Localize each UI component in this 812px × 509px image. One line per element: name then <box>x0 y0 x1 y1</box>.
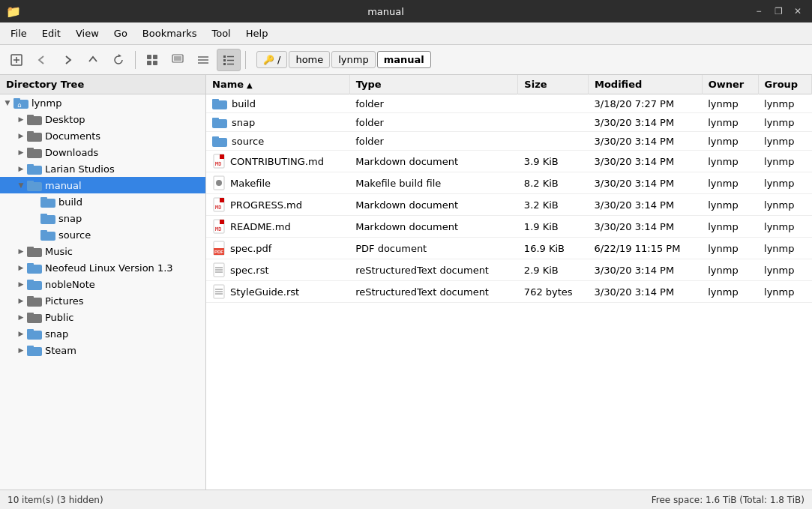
svg-rect-34 <box>40 214 47 217</box>
tree-label-music: Music <box>45 246 73 257</box>
menu-edit[interactable]: Edit <box>34 25 68 42</box>
table-row[interactable]: spec.rstreStructuredText document2.9 KiB… <box>206 259 812 281</box>
file-icon-makefile <box>212 175 226 190</box>
table-row[interactable]: MDCONTRIBUTING.mdMarkdown document3.9 Ki… <box>206 151 812 172</box>
file-name-cell: source <box>206 132 349 151</box>
path-segment-root[interactable]: 🔑/ <box>256 51 287 68</box>
tree-item-music[interactable]: Music <box>0 243 205 259</box>
file-name-cell: MDPROGRESS.md <box>206 194 349 216</box>
tree-label-noblenote: nobleNote <box>45 279 95 290</box>
tree-arrow-neofeud[interactable] <box>15 262 27 274</box>
tree-arrow-larian-studios[interactable] <box>15 163 27 175</box>
table-row[interactable]: sourcefolder3/30/20 3:14 PMlynmplynmp <box>206 132 812 151</box>
tree-arrow-public[interactable] <box>15 311 27 323</box>
special-folder-icon-svg <box>27 113 42 125</box>
menu-go[interactable]: Go <box>106 25 135 42</box>
col-header-name[interactable]: Name▲ <box>206 75 349 94</box>
file-owner: lynmp <box>702 194 758 216</box>
file-icon-folder <box>212 135 227 147</box>
tree-arrow-documents[interactable] <box>15 130 27 142</box>
path-segment-home[interactable]: home <box>289 51 330 68</box>
back-button[interactable] <box>30 49 54 71</box>
tree-arrow-noblenote[interactable] <box>15 278 27 290</box>
icon-view-button[interactable] <box>140 49 164 71</box>
compact-view-button[interactable] <box>191 49 215 71</box>
file-name: build <box>232 98 256 109</box>
tree-item-snap[interactable]: snap <box>0 325 205 342</box>
table-row[interactable]: PDFspec.pdfPDF document16.9 KiB6/22/19 1… <box>206 238 812 259</box>
new-tab-button[interactable] <box>4 49 28 71</box>
tree-arrow-desktop[interactable] <box>15 113 27 125</box>
svg-text:⌂: ⌂ <box>17 101 22 109</box>
file-size: 762 bytes <box>518 281 589 303</box>
file-name: Makefile <box>230 178 271 189</box>
col-header-type[interactable]: Type <box>349 75 518 94</box>
tree-item-lynmp[interactable]: ⌂lynmp <box>0 94 205 111</box>
restore-button[interactable]: ❐ <box>770 3 787 19</box>
tree-item-pictures[interactable]: Pictures <box>0 292 205 309</box>
tree-item-downloads[interactable]: Downloads <box>0 144 205 160</box>
minimize-button[interactable]: − <box>751 3 767 19</box>
reload-button[interactable] <box>106 49 130 71</box>
file-group: lynmp <box>758 172 811 194</box>
tree-item-manual[interactable]: manual <box>0 177 205 193</box>
folder-icon-svg <box>27 262 42 274</box>
path-label-manual: manual <box>384 54 424 65</box>
svg-text:MD: MD <box>215 161 221 167</box>
titlebar: 📁 manual − ❐ ✕ <box>0 0 812 22</box>
up-button[interactable] <box>81 49 105 71</box>
file-type: Markdown document <box>349 216 518 238</box>
tree-arrow-manual[interactable] <box>15 179 27 191</box>
tree-item-documents[interactable]: Documents <box>0 127 205 144</box>
menu-tool[interactable]: Tool <box>204 25 238 42</box>
tree-item-desktop[interactable]: Desktop <box>0 111 205 127</box>
toolbar-separator-2 <box>245 51 246 69</box>
col-header-size[interactable]: Size <box>518 75 589 94</box>
tree-arrow-music[interactable] <box>15 245 27 257</box>
col-header-modified[interactable]: Modified <box>588 75 702 94</box>
tree-item-noblenote[interactable]: nobleNote <box>0 276 205 292</box>
file-name-cell: PDFspec.pdf <box>206 238 349 259</box>
thumbnail-view-button[interactable] <box>166 49 190 71</box>
menu-bookmarks[interactable]: Bookmarks <box>135 25 205 42</box>
table-row[interactable]: MakefileMakefile build file8.2 KiB3/30/2… <box>206 172 812 194</box>
path-label-root: / <box>277 54 280 65</box>
close-button[interactable]: ✕ <box>790 3 806 19</box>
tree-label-neofeud: Neofeud Linux Version 1.3 <box>45 262 173 274</box>
table-row[interactable]: buildfolder3/18/20 7:27 PMlynmplynmp <box>206 94 812 113</box>
tree-item-steam[interactable]: Steam <box>0 342 205 358</box>
tree-item-neofeud[interactable]: Neofeud Linux Version 1.3 <box>0 259 205 276</box>
tree-arrow-snap[interactable] <box>15 328 27 340</box>
tree-item-larian-studios[interactable]: Larian Studios <box>0 160 205 177</box>
folder-icon-svg <box>27 179 42 191</box>
path-segment-manual[interactable]: manual <box>377 51 431 68</box>
table-row[interactable]: MDREADME.mdMarkdown document1.9 KiB3/30/… <box>206 216 812 238</box>
file-size <box>518 113 589 132</box>
tree-item-snap-sub[interactable]: snap <box>0 210 205 226</box>
file-name-cell: MDCONTRIBUTING.md <box>206 151 349 172</box>
tree-item-source[interactable]: source <box>0 226 205 243</box>
menu-file[interactable]: File <box>3 25 34 42</box>
tree-container: ⌂lynmpDesktopDocumentsDownloadsLarian St… <box>0 94 205 358</box>
forward-button[interactable] <box>55 49 79 71</box>
path-segment-lynmp[interactable]: lynmp <box>331 51 375 68</box>
col-header-group[interactable]: Group <box>758 75 811 94</box>
detail-view-button[interactable] <box>217 49 241 71</box>
table-row[interactable]: MDPROGRESS.mdMarkdown document3.2 KiB3/3… <box>206 194 812 216</box>
thumbnail-view-icon <box>171 53 184 67</box>
tree-arrow-pictures[interactable] <box>15 295 27 307</box>
menu-help[interactable]: Help <box>238 25 276 42</box>
tree-arrow-steam[interactable] <box>15 344 27 356</box>
folder-icon-svg <box>27 278 42 290</box>
tree-arrow-lynmp[interactable] <box>1 97 13 109</box>
table-row[interactable]: StyleGuide.rstreStructuredText document7… <box>206 281 812 303</box>
file-size: 16.9 KiB <box>518 238 589 259</box>
table-row[interactable]: snapfolder3/30/20 3:14 PMlynmplynmp <box>206 113 812 132</box>
col-header-owner[interactable]: Owner <box>702 75 758 94</box>
file-icon-folder <box>212 116 227 128</box>
tree-arrow-downloads[interactable] <box>15 146 27 158</box>
menu-view[interactable]: View <box>68 25 106 42</box>
tree-item-public[interactable]: Public <box>0 309 205 325</box>
svg-rect-42 <box>27 280 34 283</box>
tree-item-build[interactable]: build <box>0 193 205 210</box>
